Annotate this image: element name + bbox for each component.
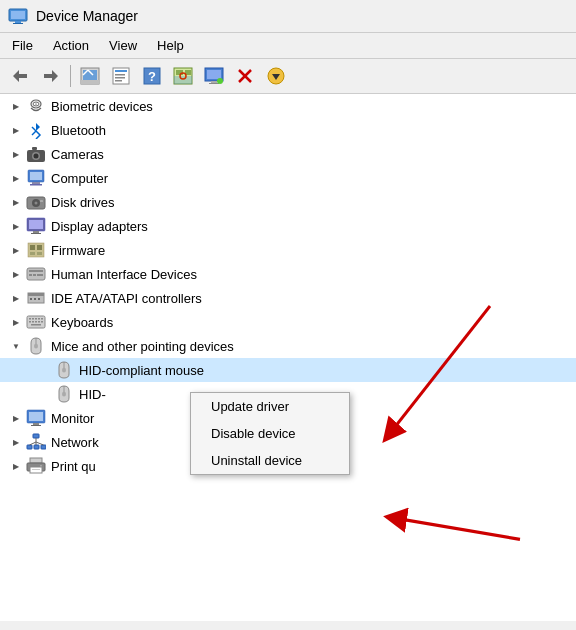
svg-rect-1 <box>11 11 25 19</box>
svg-rect-24 <box>207 70 221 79</box>
forward-button[interactable] <box>37 63 65 89</box>
toolbar: ? <box>0 59 576 94</box>
tree-item-display[interactable]: Display adapters <box>0 214 576 238</box>
svg-rect-57 <box>30 252 35 255</box>
title-bar: Device Manager <box>0 0 576 33</box>
expander-cameras[interactable] <box>8 146 24 162</box>
icon-disk <box>26 192 46 212</box>
svg-rect-75 <box>29 321 31 323</box>
svg-rect-49 <box>40 200 43 202</box>
svg-rect-66 <box>30 298 32 300</box>
tree-item-ide[interactable]: IDE ATA/ATAPI controllers <box>0 286 576 310</box>
svg-rect-55 <box>30 245 35 250</box>
svg-rect-44 <box>32 182 40 184</box>
icon-hid-mouse-2 <box>54 384 74 404</box>
svg-rect-88 <box>29 412 43 421</box>
svg-rect-74 <box>41 318 43 320</box>
svg-rect-78 <box>38 321 40 323</box>
svg-rect-8 <box>81 80 99 84</box>
properties-button[interactable] <box>107 63 135 89</box>
svg-rect-77 <box>35 321 37 323</box>
svg-rect-45 <box>30 184 42 186</box>
context-menu-item-disable[interactable]: Disable device <box>191 420 349 447</box>
tree-label-print: Print qu <box>51 459 96 474</box>
svg-rect-12 <box>115 70 127 72</box>
svg-rect-65 <box>28 293 44 296</box>
menu-view[interactable]: View <box>101 36 145 55</box>
context-menu-item-update[interactable]: Update driver <box>191 393 349 420</box>
context-menu-item-uninstall[interactable]: Uninstall device <box>191 447 349 474</box>
svg-rect-68 <box>38 298 40 300</box>
svg-rect-14 <box>115 77 125 79</box>
icon-network <box>26 432 46 452</box>
svg-rect-43 <box>30 172 42 180</box>
tree-label-network: Network <box>51 435 99 450</box>
back-button[interactable] <box>6 63 34 89</box>
tree-item-hid[interactable]: Human Interface Devices <box>0 262 576 286</box>
context-menu: Update driver Disable device Uninstall d… <box>190 392 350 475</box>
svg-rect-91 <box>33 434 39 438</box>
icon-ide <box>26 288 46 308</box>
svg-point-27 <box>217 78 223 84</box>
icon-print <box>26 456 46 476</box>
download-button[interactable] <box>262 63 290 89</box>
expander-network[interactable] <box>8 434 24 450</box>
expander-firmware[interactable] <box>8 242 24 258</box>
svg-point-41 <box>41 151 43 153</box>
remove-button[interactable] <box>231 63 259 89</box>
svg-rect-92 <box>27 445 32 449</box>
svg-line-36 <box>32 131 36 135</box>
svg-rect-67 <box>34 298 36 300</box>
tree-item-disk[interactable]: Disk drives <box>0 190 576 214</box>
tree-item-bluetooth[interactable]: Bluetooth <box>0 118 576 142</box>
tree-item-cameras[interactable]: Cameras <box>0 142 576 166</box>
icon-display <box>26 216 46 236</box>
svg-rect-40 <box>32 147 37 150</box>
tree-label-hid-mouse-1: HID-compliant mouse <box>79 363 204 378</box>
svg-rect-90 <box>31 425 41 426</box>
expander-monitor[interactable] <box>8 410 24 426</box>
svg-point-34 <box>35 104 37 105</box>
icon-hid-mouse-1 <box>54 360 74 380</box>
expander-ide[interactable] <box>8 290 24 306</box>
menu-help[interactable]: Help <box>149 36 192 55</box>
icon-cameras <box>26 144 46 164</box>
tree-item-keyboards[interactable]: Keyboards <box>0 310 576 334</box>
svg-rect-71 <box>32 318 34 320</box>
svg-rect-61 <box>29 274 32 276</box>
help-button[interactable]: ? <box>138 63 166 89</box>
icon-mice <box>26 336 46 356</box>
tree-area: Biometric devices Bluetooth Camer <box>0 94 576 621</box>
tree-item-biometric[interactable]: Biometric devices <box>0 94 576 118</box>
menu-action[interactable]: Action <box>45 36 97 55</box>
svg-rect-101 <box>40 465 42 467</box>
scan-button[interactable] <box>169 63 197 89</box>
tree-item-hid-mouse-1[interactable]: HID-compliant mouse <box>0 358 576 382</box>
svg-marker-5 <box>44 70 58 82</box>
expander-disk[interactable] <box>8 194 24 210</box>
expander-print[interactable] <box>8 458 24 474</box>
expander-bluetooth[interactable] <box>8 122 24 138</box>
expander-keyboards[interactable] <box>8 314 24 330</box>
icon-firmware <box>26 240 46 260</box>
expander-biometric[interactable] <box>8 98 24 114</box>
expander-mice[interactable] <box>8 338 24 354</box>
tree-item-firmware[interactable]: Firmware <box>0 238 576 262</box>
svg-rect-102 <box>32 469 40 470</box>
expander-display[interactable] <box>8 218 24 234</box>
svg-rect-13 <box>115 74 125 76</box>
monitor-button[interactable] <box>200 63 228 89</box>
menu-file[interactable]: File <box>4 36 41 55</box>
device-manager-icon <box>8 6 28 26</box>
tree-label-computer: Computer <box>51 171 108 186</box>
svg-rect-72 <box>35 318 37 320</box>
view-list-button[interactable] <box>76 63 104 89</box>
tree-item-computer[interactable]: Computer <box>0 166 576 190</box>
tree-label-display: Display adapters <box>51 219 148 234</box>
expander-computer[interactable] <box>8 170 24 186</box>
icon-monitor <box>26 408 46 428</box>
icon-biometric <box>26 96 46 116</box>
tree-item-mice[interactable]: Mice and other pointing devices <box>0 334 576 358</box>
expander-hid[interactable] <box>8 266 24 282</box>
tree-label-disk: Disk drives <box>51 195 115 210</box>
